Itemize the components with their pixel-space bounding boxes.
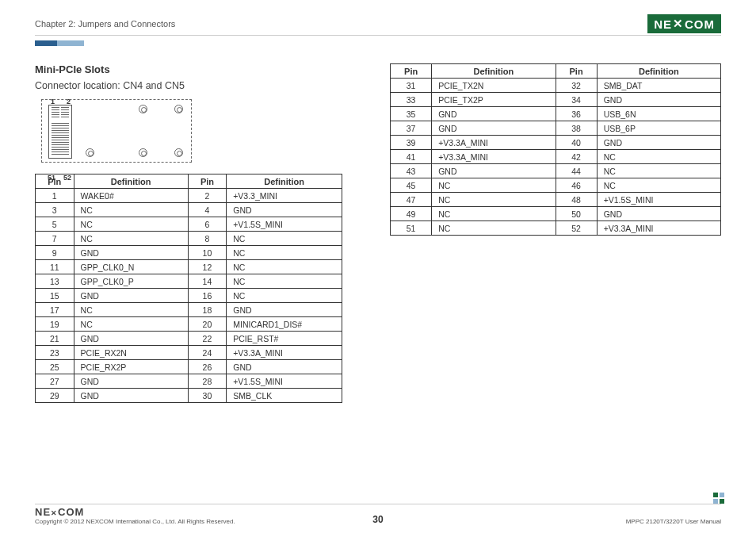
pin-cell: 30 — [188, 389, 227, 403]
pin-cell: 23 — [36, 346, 74, 360]
def-cell: +V3.3A_MINI — [597, 221, 720, 236]
def-cell: +V3.3A_MINI — [432, 136, 556, 150]
pin-cell: 5 — [36, 217, 74, 232]
table-row: 23PCIE_RX2N24+V3.3A_MINI — [36, 346, 342, 360]
page-footer: NE✕COM Copyright © 2012 NEXCOM Internati… — [35, 504, 721, 525]
page-header: Chapter 2: Jumpers and Connectors NE✕COM — [35, 14, 721, 36]
pin-cell: 40 — [556, 136, 597, 150]
table-row: 51NC52+V3.3A_MINI — [391, 221, 721, 236]
table-row: 47NC48+V1.5S_MINI — [391, 193, 721, 207]
th-pin: Pin — [391, 64, 432, 79]
pin-cell: 19 — [36, 317, 74, 332]
def-cell: NC — [227, 274, 342, 289]
def-cell: GPP_CLK0_N — [74, 260, 188, 274]
nexcom-logo: NE✕COM — [647, 14, 721, 33]
pin-cell: 21 — [36, 332, 74, 346]
pin-cell: 32 — [556, 79, 597, 93]
page-number: 30 — [372, 514, 383, 525]
def-cell: NC — [432, 207, 556, 221]
def-cell: NC — [74, 317, 188, 332]
table-row: 31PCIE_TX2N32SMB_DAT — [391, 79, 721, 93]
table-row: 3NC4GND — [36, 203, 342, 217]
def-cell: NC — [597, 178, 720, 193]
pin-cell: 8 — [188, 232, 227, 246]
pin-cell: 29 — [36, 389, 74, 403]
copyright: Copyright © 2012 NEXCOM International Co… — [35, 518, 235, 525]
pin-cell: 15 — [36, 289, 74, 303]
def-cell: +V1.5S_MINI — [227, 374, 342, 389]
def-cell: NC — [74, 232, 188, 246]
def-cell: GND — [227, 303, 342, 317]
th-def: Definition — [227, 174, 342, 189]
table-row: 25PCIE_RX2P26GND — [36, 360, 342, 374]
pin-cell: 22 — [188, 332, 227, 346]
pin-cell: 25 — [36, 360, 74, 374]
section-title: Mini-PCIe Slots — [35, 63, 342, 75]
def-cell: GPP_CLK0_P — [74, 274, 188, 289]
table-row: 33PCIE_TX2P34GND — [391, 93, 721, 107]
th-pin: Pin — [188, 174, 227, 189]
table-row: 15GND16NC — [36, 289, 342, 303]
def-cell: MINICARD1_DIS# — [227, 317, 342, 332]
pin-cell: 17 — [36, 303, 74, 317]
th-pin: Pin — [556, 64, 597, 79]
pin-cell: 39 — [391, 136, 432, 150]
table-row: 1WAKE0#2+V3.3_MINI — [36, 189, 342, 203]
table-row: 43GND44NC — [391, 164, 721, 178]
table-row: 45NC46NC — [391, 178, 721, 193]
table-row: 11GPP_CLK0_N12NC — [36, 260, 342, 274]
pin-cell: 27 — [36, 374, 74, 389]
table-row: 37GND38USB_6P — [391, 121, 721, 136]
table-row: 39+V3.3A_MINI40GND — [391, 136, 721, 150]
th-def: Definition — [432, 64, 556, 79]
th-def: Definition — [74, 174, 188, 189]
pin-cell: 37 — [391, 121, 432, 136]
def-cell: +V1.5S_MINI — [597, 193, 720, 207]
pinout-table-right: Pin Definition Pin Definition 31PCIE_TX2… — [390, 63, 721, 236]
pin-label-51: 51 — [48, 174, 55, 182]
table-row: 17NC18GND — [36, 303, 342, 317]
table-row: 7NC8NC — [36, 232, 342, 246]
pin-cell: 12 — [188, 260, 227, 274]
connector-diagram: 1 2 51 52 — [41, 99, 200, 163]
pin-cell: 1 — [36, 189, 74, 203]
def-cell: NC — [432, 221, 556, 236]
pin-label-52: 52 — [63, 174, 71, 182]
pin-cell: 16 — [188, 289, 227, 303]
def-cell: PCIE_TX2P — [432, 93, 556, 107]
pin-cell: 3 — [36, 203, 74, 217]
pin-cell: 18 — [188, 303, 227, 317]
pin-cell: 24 — [188, 346, 227, 360]
pin-cell: 6 — [188, 217, 227, 232]
table-row: 29GND30SMB_CLK — [36, 389, 342, 403]
pin-cell: 47 — [391, 193, 432, 207]
pin-cell: 10 — [188, 246, 227, 260]
def-cell: GND — [597, 207, 720, 221]
def-cell: +V3.3A_MINI — [227, 346, 342, 360]
pin-cell: 52 — [556, 221, 597, 236]
def-cell: SMB_CLK — [227, 389, 342, 403]
def-cell: GND — [432, 121, 556, 136]
def-cell: GND — [227, 203, 342, 217]
pin-cell: 48 — [556, 193, 597, 207]
chapter-title: Chapter 2: Jumpers and Connectors — [35, 19, 175, 29]
pin-cell: 34 — [556, 93, 597, 107]
def-cell: GND — [74, 374, 188, 389]
def-cell: GND — [74, 246, 188, 260]
def-cell: +V3.3A_MINI — [432, 150, 556, 164]
pin-cell: 36 — [556, 107, 597, 121]
def-cell: PCIE_RX2N — [74, 346, 188, 360]
pin-cell: 31 — [391, 79, 432, 93]
table-row: 5NC6+V1.5S_MINI — [36, 217, 342, 232]
pin-cell: 43 — [391, 164, 432, 178]
def-cell: USB_6P — [597, 121, 720, 136]
table-row: 35GND36USB_6N — [391, 107, 721, 121]
pin-cell: 9 — [36, 246, 74, 260]
pin-cell: 38 — [556, 121, 597, 136]
def-cell: GND — [74, 332, 188, 346]
def-cell: SMB_DAT — [597, 79, 720, 93]
def-cell: GND — [432, 107, 556, 121]
table-row: 41+V3.3A_MINI42NC — [391, 150, 721, 164]
def-cell: GND — [74, 289, 188, 303]
table-row: 49NC50GND — [391, 207, 721, 221]
